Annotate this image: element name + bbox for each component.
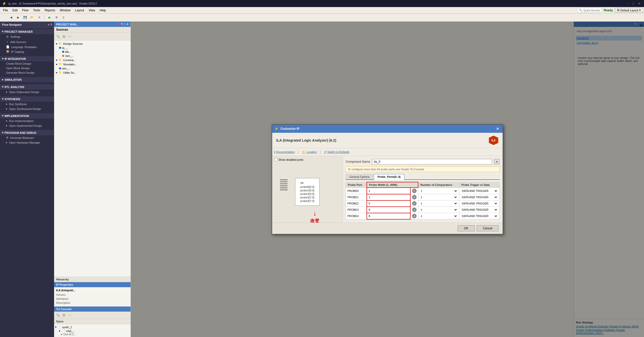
search-sources-btn[interactable]: 🔍 <box>55 34 61 39</box>
language-templates-item[interactable]: 📄 Language Templates <box>0 45 54 49</box>
add-sources-item[interactable]: ＋ Add Sources <box>0 39 54 45</box>
probe3-width-input[interactable] <box>369 208 408 211</box>
tcl-more-btn[interactable]: ⋯ <box>67 312 73 318</box>
probe2-width-input[interactable] <box>369 202 408 205</box>
save-btn[interactable]: 💾 <box>22 15 28 21</box>
flow-nav-menu-icon[interactable]: ≡ <box>48 23 49 26</box>
generate-bitstream-item[interactable]: ⚙ Generate Bitstream <box>0 135 54 140</box>
show-disabled-ports-checkbox[interactable] <box>274 158 277 161</box>
tab-probe-ports[interactable]: Probe_Ports(0..4) <box>374 174 404 180</box>
menu-tools[interactable]: Tools <box>31 8 42 13</box>
tcl-collapse-btn[interactable]: ⊟ <box>61 312 67 318</box>
probe0-comparators-select[interactable]: 1 <box>420 189 458 193</box>
cancel-button[interactable]: Cancel <box>477 225 499 231</box>
tree-blk-item[interactable]: blk... <box>54 50 131 54</box>
probe1-trigger-select[interactable]: DATA AND TRIGGER <box>461 195 498 199</box>
tree-design-sources[interactable]: ▸ 📁 Design Sources <box>54 41 131 46</box>
probe0-trigger-select[interactable]: DATA AND TRIGGER <box>461 189 498 193</box>
tab-general-options[interactable]: General Options <box>346 174 373 179</box>
maximize-panel-icon[interactable]: □ <box>124 23 125 26</box>
run-implementation-item[interactable]: ▸ Run Implementation <box>0 118 54 123</box>
probe4-comparators-select[interactable]: 1 <box>420 214 458 218</box>
synthesis-header[interactable]: ▾ SYNTHESIS <box>0 96 54 102</box>
probe4-clear-btn[interactable]: ✕ <box>412 214 417 218</box>
settings-btn2[interactable]: ⚙ <box>54 15 60 21</box>
open-btn[interactable]: 📂 <box>29 15 35 21</box>
probe1-comparators-select[interactable]: 1 <box>420 195 458 199</box>
simulation-header[interactable]: ▸ SIMULATION <box>0 77 54 82</box>
probe2-clear-btn[interactable]: ✕ <box>412 201 417 206</box>
menu-help[interactable]: Help <box>98 8 108 13</box>
minimize-btn[interactable]: ─ <box>625 2 630 6</box>
menu-window[interactable]: Window <box>58 8 72 13</box>
generate-block-design-item[interactable]: Generate Block Design <box>0 70 54 75</box>
tree-ip-item[interactable]: ip_... <box>54 46 131 50</box>
probe1-width-input[interactable] <box>369 196 408 199</box>
collapse-all-btn[interactable]: ⊟ <box>61 34 67 39</box>
tree-sim-sub[interactable]: sim_... <box>54 66 131 70</box>
close-btn[interactable]: ✕ <box>637 2 642 6</box>
probe4-trigger-select[interactable]: DATA AND TRIGGER <box>461 214 498 218</box>
sigma-btn[interactable]: Σ <box>61 15 67 21</box>
help-icon[interactable]: ? <box>121 23 123 26</box>
tree-simulation[interactable]: ▸ 📁 Simulatio... <box>54 62 131 66</box>
close-panel-icon[interactable]: ✕ <box>126 23 129 26</box>
menu-reports[interactable]: Reports <box>43 8 57 13</box>
window-controls[interactable]: ─ □ ✕ <box>625 2 642 6</box>
probe3-trigger-select[interactable]: DATA AND TRIGGER <box>461 208 498 212</box>
component-name-input[interactable] <box>372 159 492 164</box>
menu-edit[interactable]: Edit <box>10 8 20 13</box>
probe3-comparators-select[interactable]: 1 <box>420 208 458 212</box>
open-hardware-manager-item[interactable]: ▸ Open Hardware Manager <box>0 140 54 145</box>
run-btn[interactable]: ▶ <box>47 15 53 21</box>
menu-view[interactable]: View <box>87 8 97 13</box>
menu-layout[interactable]: Layout <box>73 8 86 13</box>
settings-item[interactable]: ⚙ Settings <box>0 34 54 39</box>
tcl-search-btn[interactable]: 🔍 <box>55 312 61 318</box>
tcl-impl-item[interactable]: ▸ 📄 impl_... <box>55 329 130 333</box>
pin-icon[interactable]: 📌 <box>117 23 120 26</box>
comp-name-clear-btn[interactable]: ✕ <box>494 159 500 164</box>
project-manager-header[interactable]: ▾ PROJECT MANAGER <box>0 29 54 34</box>
ip-integrator-header[interactable]: ▾ IP INTEGRATOR <box>0 56 54 61</box>
tree-ram-item[interactable]: ram_... <box>54 54 131 58</box>
ok-button[interactable]: OK <box>458 225 474 231</box>
tree-utility[interactable]: ▸ 📁 Utility So... <box>54 70 131 75</box>
probe2-comparators-select[interactable]: 1 <box>420 202 458 205</box>
tcl-out-of-context[interactable]: ▸ Out-of-C... <box>55 333 130 336</box>
ip-catalog-item[interactable]: 📦 IP Catalog <box>0 49 54 54</box>
probe1-clear-btn[interactable]: ✕ <box>412 195 417 199</box>
quick-access-box[interactable]: 🔍 Quick Access <box>577 8 602 13</box>
tree-constraints[interactable]: ▸ 📁 Constrai... <box>54 58 131 62</box>
ip-location-link[interactable]: 📁 Location <box>302 150 317 154</box>
open-synthesized-design-item[interactable]: ▸ Open Synthesized Design <box>0 106 54 111</box>
probe3-clear-btn[interactable]: ✕ <box>412 207 417 212</box>
new-project-btn[interactable]: 📄 <box>1 15 7 21</box>
more-options-btn[interactable]: ⋯ <box>67 34 73 39</box>
switch-to-defaults-link[interactable]: ↺ Switch to Defaults <box>324 150 349 154</box>
flow-nav-help-icon[interactable]: ? <box>50 23 52 26</box>
run-synthesis-item[interactable]: ▸ Run Synthesis <box>0 102 54 106</box>
probe0-width-input[interactable] <box>369 189 408 192</box>
prog-debug-header[interactable]: ▾ PROGRAM AND DEBUG <box>0 130 54 135</box>
documentation-link[interactable]: ℹ Documentation <box>274 150 295 154</box>
default-layout-button[interactable]: ⊞ Default Layout ▾ <box>615 8 643 13</box>
close-btn2[interactable]: ✕ <box>36 15 42 21</box>
back-btn[interactable]: ◀ <box>8 15 14 21</box>
create-block-design-item[interactable]: Create Block Design <box>0 61 54 66</box>
dialog-close-button[interactable]: ✕ <box>495 126 500 131</box>
probe2-trigger-select[interactable]: DATA AND TRIGGER <box>461 202 498 205</box>
impl-header[interactable]: ▾ IMPLEMENTATION <box>0 113 54 118</box>
menu-file[interactable]: File <box>1 8 10 13</box>
open-block-design-item[interactable]: Open Block Design <box>0 66 54 70</box>
rtl-header[interactable]: ▾ RTL ANALYSIS <box>0 84 54 90</box>
tcl-synth-item[interactable]: ▾ 📄 synth_1 <box>55 325 130 329</box>
probe0-clear-btn[interactable]: ✕ <box>412 189 417 193</box>
hierarchy-tab[interactable]: Hierarchy <box>54 277 131 282</box>
open-elaborated-design-item[interactable]: ▸ Open Elaborated Design <box>0 90 54 94</box>
open-implemented-design-item[interactable]: ▸ Open Implemented Design <box>0 123 54 128</box>
menu-flow[interactable]: Flow <box>20 8 30 13</box>
forward-btn[interactable]: ▶ <box>15 15 21 21</box>
maximize-btn[interactable]: □ <box>631 2 636 6</box>
probe4-width-input[interactable] <box>369 215 408 218</box>
